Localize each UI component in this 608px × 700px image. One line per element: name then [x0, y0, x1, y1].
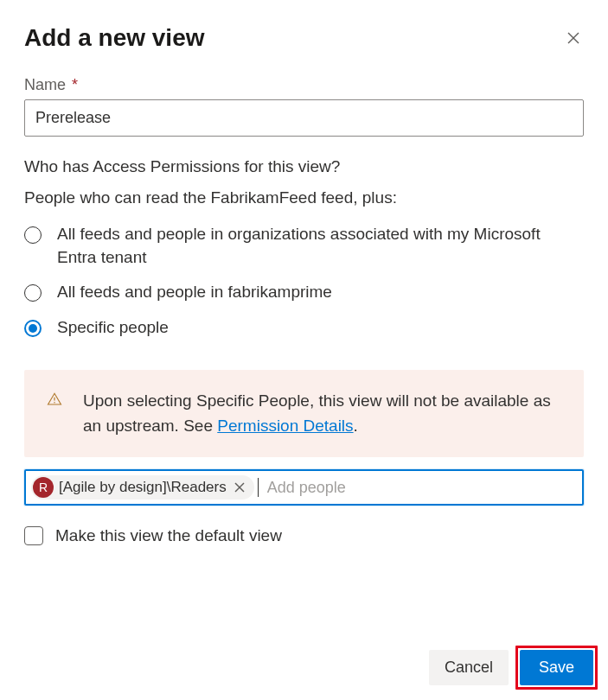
required-indicator: * [72, 76, 78, 93]
warning-banner: Upon selecting Specific People, this vie… [24, 370, 584, 457]
chip-remove-button[interactable] [232, 480, 247, 495]
radio-label: All feeds and people in organizations as… [57, 223, 541, 269]
permissions-subheading: People who can read the FabrikamFeed fee… [24, 188, 584, 207]
close-icon [234, 482, 245, 493]
permissions-radio-group: All feeds and people in organizations as… [24, 223, 584, 339]
people-picker[interactable]: R [Agile by design]\Readers [24, 469, 584, 506]
close-button[interactable] [563, 28, 584, 48]
save-highlight: Save [515, 646, 598, 690]
checkbox-indicator [24, 526, 43, 545]
warning-icon [47, 391, 62, 407]
default-view-checkbox-row[interactable]: Make this view the default view [24, 526, 584, 545]
permission-details-link[interactable]: Permission Details [217, 417, 353, 435]
svg-point-3 [54, 402, 55, 404]
name-label: Name * [24, 76, 584, 94]
warning-text-after: . [354, 417, 358, 435]
name-label-text: Name [24, 76, 66, 93]
warning-text: Upon selecting Specific People, this vie… [83, 389, 561, 438]
dialog-title: Add a new view [24, 24, 205, 52]
cancel-button[interactable]: Cancel [429, 650, 509, 685]
radio-label: Specific people [57, 316, 169, 340]
text-caret [258, 478, 259, 497]
radio-all-fabrikamprime[interactable]: All feeds and people in fabrikamprime [24, 281, 584, 304]
add-people-input[interactable] [264, 475, 577, 500]
chip-label: [Agile by design]\Readers [59, 479, 227, 496]
radio-label: All feeds and people in fabrikamprime [57, 281, 332, 304]
avatar: R [33, 477, 54, 498]
radio-specific-people[interactable]: Specific people [24, 316, 584, 340]
permissions-heading: Who has Access Permissions for this view… [24, 157, 584, 176]
radio-indicator [24, 226, 42, 244]
people-chip: R [Agile by design]\Readers [31, 475, 254, 500]
radio-indicator [24, 284, 42, 302]
checkbox-label: Make this view the default view [55, 526, 282, 545]
radio-all-entra[interactable]: All feeds and people in organizations as… [24, 223, 584, 269]
radio-indicator [24, 320, 42, 337]
name-input[interactable] [24, 99, 584, 137]
dialog-footer: Cancel Save [429, 646, 598, 690]
save-button[interactable]: Save [520, 650, 593, 685]
close-icon [566, 31, 580, 45]
